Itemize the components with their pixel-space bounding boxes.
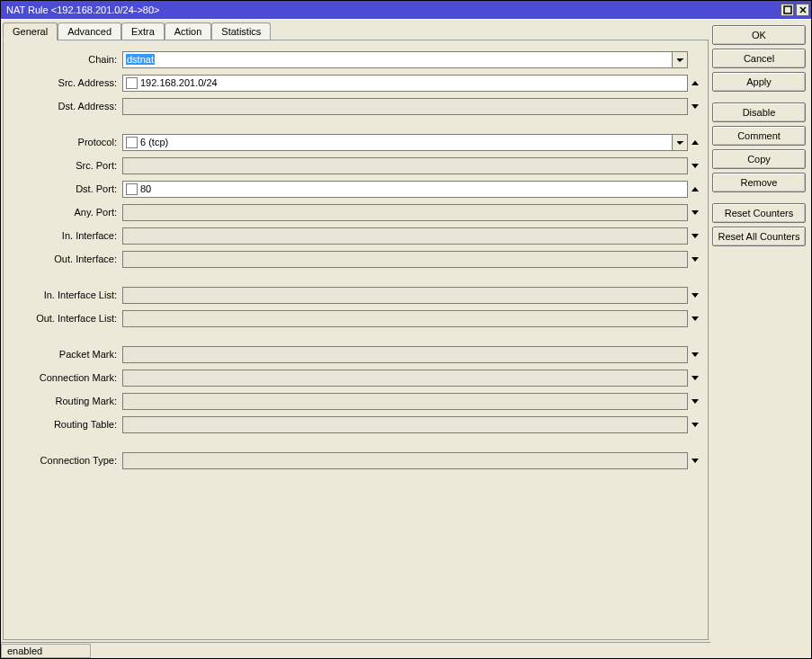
status-enabled: enabled <box>1 644 91 658</box>
row-in-interface: In. Interface: <box>9 226 702 245</box>
maximize-button[interactable] <box>781 4 794 16</box>
label-connection-type: Connection Type: <box>9 455 122 466</box>
ok-button[interactable]: OK <box>712 25 806 45</box>
dst-port-input[interactable]: 80 <box>122 181 688 198</box>
protocol-toggle-icon[interactable] <box>688 140 702 145</box>
protocol-value: 6 (tcp) <box>140 137 168 147</box>
row-protocol: Protocol: 6 (tcp) <box>9 132 702 152</box>
row-in-interface-list: In. Interface List: <box>9 285 702 305</box>
row-any-port: Any. Port: <box>9 202 702 222</box>
routing-mark-input[interactable] <box>122 393 688 410</box>
out-interface-input[interactable] <box>122 251 688 268</box>
in-interface-input[interactable] <box>122 227 688 245</box>
in-interface-list-toggle-icon[interactable] <box>688 293 702 298</box>
label-out-interface: Out. Interface: <box>9 254 122 264</box>
svg-rect-0 <box>784 6 791 13</box>
routing-mark-toggle-icon[interactable] <box>688 399 702 404</box>
connection-type-toggle-icon[interactable] <box>688 459 702 463</box>
label-connection-mark: Connection Mark: <box>9 372 122 383</box>
dst-address-input[interactable] <box>122 98 688 115</box>
nat-rule-window: NAT Rule <192.168.201.0/24->80> General … <box>0 0 812 659</box>
routing-table-toggle-icon[interactable] <box>688 423 702 427</box>
remove-button[interactable]: Remove <box>712 173 806 192</box>
out-interface-list-input[interactable] <box>122 310 688 327</box>
dst-port-toggle-icon[interactable] <box>688 187 702 191</box>
dst-address-toggle-icon[interactable] <box>688 104 702 109</box>
protocol-invert-checkbox[interactable] <box>126 137 138 148</box>
tab-statistics[interactable]: Statistics <box>211 22 271 40</box>
src-address-input[interactable]: 192.168.201.0/24 <box>122 75 688 92</box>
reset-all-counters-button[interactable]: Reset All Counters <box>712 227 806 246</box>
row-connection-mark: Connection Mark: <box>9 368 702 387</box>
row-out-interface: Out. Interface: <box>9 249 702 269</box>
apply-button[interactable]: Apply <box>712 72 806 92</box>
dst-port-invert-checkbox[interactable] <box>126 183 138 195</box>
in-interface-list-input[interactable] <box>122 287 688 304</box>
in-interface-toggle-icon[interactable] <box>688 234 702 238</box>
row-dst-port: Dst. Port: 80 <box>9 179 702 199</box>
src-address-value: 192.168.201.0/24 <box>140 77 218 88</box>
window-title: NAT Rule <192.168.201.0/24->80> <box>6 4 781 15</box>
chain-input[interactable]: dstnat <box>122 51 673 68</box>
close-button[interactable] <box>796 4 809 16</box>
button-panel: OK Cancel Apply Disable Comment Copy Rem… <box>710 20 811 658</box>
packet-mark-toggle-icon[interactable] <box>688 352 702 357</box>
row-chain: Chain: dstnat <box>9 49 702 69</box>
row-routing-table: Routing Table: <box>9 414 702 434</box>
client-area: General Advanced Extra Action Statistics… <box>1 19 811 658</box>
row-dst-address: Dst. Address: <box>9 96 702 116</box>
protocol-input[interactable]: 6 (tcp) <box>122 134 673 151</box>
main-panel: General Advanced Extra Action Statistics… <box>1 20 710 658</box>
chain-dropdown-icon[interactable] <box>673 51 688 68</box>
status-bar: enabled <box>1 642 710 658</box>
src-address-invert-checkbox[interactable] <box>126 77 138 89</box>
cancel-button[interactable]: Cancel <box>712 49 806 68</box>
out-interface-toggle-icon[interactable] <box>688 257 702 262</box>
tab-advanced[interactable]: Advanced <box>58 22 121 40</box>
label-any-port: Any. Port: <box>9 207 122 218</box>
src-address-toggle-icon[interactable] <box>688 81 702 85</box>
label-dst-port: Dst. Port: <box>9 183 122 194</box>
row-src-port: Src. Port: <box>9 156 702 175</box>
label-src-port: Src. Port: <box>9 160 122 171</box>
row-src-address: Src. Address: 192.168.201.0/24 <box>9 73 702 93</box>
reset-counters-button[interactable]: Reset Counters <box>712 203 806 223</box>
label-protocol: Protocol: <box>9 137 122 147</box>
connection-type-input[interactable] <box>122 452 688 469</box>
title-bar[interactable]: NAT Rule <192.168.201.0/24->80> <box>1 1 811 19</box>
label-chain: Chain: <box>9 54 122 65</box>
window-controls <box>781 4 809 16</box>
label-routing-table: Routing Table: <box>9 419 122 430</box>
chain-value: dstnat <box>126 54 155 65</box>
tabs-bar: General Advanced Extra Action Statistics <box>1 20 710 40</box>
comment-button[interactable]: Comment <box>712 126 806 146</box>
tab-general[interactable]: General <box>3 22 58 40</box>
tab-extra[interactable]: Extra <box>121 22 165 40</box>
label-routing-mark: Routing Mark: <box>9 396 122 406</box>
row-connection-type: Connection Type: <box>9 450 702 470</box>
protocol-dropdown-icon[interactable] <box>673 134 688 151</box>
label-dst-address: Dst. Address: <box>9 101 122 111</box>
row-packet-mark: Packet Mark: <box>9 344 702 364</box>
out-interface-list-toggle-icon[interactable] <box>688 316 702 321</box>
dst-port-value: 80 <box>140 183 151 194</box>
connection-mark-toggle-icon[interactable] <box>688 376 702 380</box>
packet-mark-input[interactable] <box>122 346 688 363</box>
src-port-toggle-icon[interactable] <box>688 164 702 168</box>
src-port-input[interactable] <box>122 157 688 174</box>
connection-mark-input[interactable] <box>122 370 688 387</box>
routing-table-input[interactable] <box>122 416 688 433</box>
label-src-address: Src. Address: <box>9 77 122 88</box>
copy-button[interactable]: Copy <box>712 149 806 169</box>
tab-content: Chain: dstnat Src. Address: <box>3 40 709 640</box>
row-out-interface-list: Out. Interface List: <box>9 308 702 328</box>
label-in-interface: In. Interface: <box>9 230 122 241</box>
any-port-toggle-icon[interactable] <box>688 210 702 215</box>
label-packet-mark: Packet Mark: <box>9 349 122 360</box>
row-routing-mark: Routing Mark: <box>9 391 702 411</box>
disable-button[interactable]: Disable <box>712 102 806 122</box>
label-out-interface-list: Out. Interface List: <box>9 313 122 324</box>
label-in-interface-list: In. Interface List: <box>9 289 122 300</box>
any-port-input[interactable] <box>122 204 688 221</box>
tab-action[interactable]: Action <box>165 22 212 40</box>
